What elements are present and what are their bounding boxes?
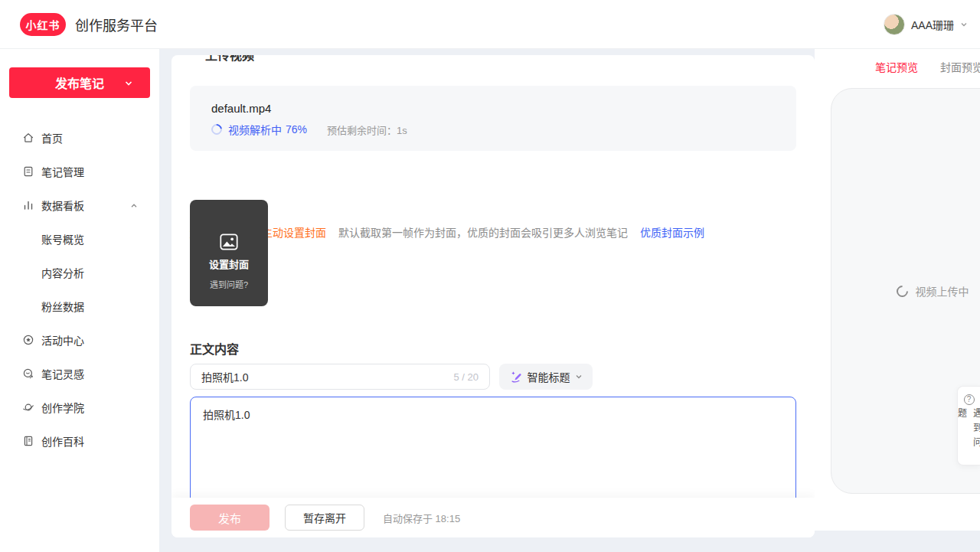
xiaohongshu-logo[interactable]: 小红书 [20, 13, 66, 36]
sidebar-item-dashboard[interactable]: 数据看板 [0, 188, 159, 222]
sidebar-item-home[interactable]: 首页 [0, 121, 159, 155]
upload-video-heading: 上传视频 [205, 55, 254, 64]
magic-pen-icon [510, 371, 523, 384]
parse-status: 视频解析中 [228, 122, 282, 137]
smart-title-button[interactable]: 智能标题 [499, 364, 593, 390]
form-footer: 发布 暂存离开 自动保存于 18:15 [172, 498, 815, 537]
sidebar-item-label: 数据看板 [41, 198, 84, 213]
tab-cover-preview[interactable]: 封面预览 [940, 59, 980, 74]
sidebar-subitem-account-overview[interactable]: 账号概览 [0, 222, 159, 256]
sidebar-item-note-manage[interactable]: 笔记管理 [0, 155, 159, 188]
sidebar-subitem-label: 粉丝数据 [41, 299, 84, 314]
set-cover-label: 设置封面 [209, 256, 249, 271]
sidebar-item-activity-center[interactable]: 活动中心 [0, 323, 159, 357]
help-label: 遇到问题 [954, 408, 980, 465]
uploading-spinner-icon [893, 283, 910, 299]
sidebar-item-creator-wiki[interactable]: 创作百科 [0, 424, 159, 458]
chevron-down-icon [124, 79, 133, 88]
sidebar-item-label: 创作学院 [41, 400, 84, 415]
image-icon [220, 234, 238, 250]
sidebar-item-label: 笔记管理 [41, 164, 84, 179]
chevron-down-icon [960, 21, 968, 28]
question-icon: ? [964, 394, 975, 405]
inspiration-icon [22, 367, 34, 380]
academy-icon [22, 401, 34, 413]
cover-hint: 默认截取第一帧作为封面，优质的封面会吸引更多人浏览笔记 [338, 224, 628, 240]
tab-note-preview[interactable]: 笔记预览 [875, 59, 918, 74]
avatar [884, 14, 905, 35]
sidebar-item-label: 创作百科 [41, 433, 84, 449]
chevron-down-icon [575, 373, 583, 381]
home-icon [22, 132, 34, 144]
parse-progress: 76% [286, 123, 307, 136]
body-content-heading: 正文内容 [190, 339, 239, 358]
sidebar-nav: 首页 笔记管理 数据看板 账号概览 内容分析 粉丝数据 [0, 121, 159, 458]
set-cover-button[interactable]: 设置封面 遇到问题? [190, 200, 268, 306]
sidebar-item-creator-academy[interactable]: 创作学院 [0, 390, 159, 424]
dashboard-icon [22, 199, 34, 211]
video-parse-card: default.mp4 视频解析中 76% 预估剩余时间：1s [190, 86, 796, 151]
wiki-icon [22, 435, 34, 447]
note-manage-icon [22, 165, 34, 178]
uploading-status: 视频上传中 [916, 283, 969, 299]
sidebar-subitem-content-analysis[interactable]: 内容分析 [0, 256, 159, 289]
title-value: 拍照机1.0 [201, 369, 453, 384]
user-name: AAA珊珊 [911, 17, 954, 32]
publish-note-button[interactable]: 发布笔记 [9, 67, 150, 98]
sidebar-item-note-inspiration[interactable]: 笔记灵感 [0, 357, 159, 390]
publish-button[interactable]: 发布 [190, 505, 270, 531]
user-menu[interactable]: AAA珊珊 [884, 0, 968, 49]
sidebar-subitem-label: 内容分析 [41, 265, 84, 280]
activity-icon [22, 334, 34, 346]
cover-trouble-link[interactable]: 遇到问题? [210, 278, 248, 290]
app-header: 小红书 创作服务平台 AAA珊珊 [0, 0, 980, 49]
sidebar-item-label: 首页 [41, 130, 63, 145]
title-char-counter: 5 / 20 [453, 371, 479, 383]
video-filename: default.mp4 [211, 102, 775, 115]
smart-title-label: 智能标题 [528, 369, 570, 384]
parse-eta: 预估剩余时间：1s [327, 122, 407, 137]
sidebar: 发布笔记 首页 笔记管理 数据看板 [0, 49, 159, 552]
autosave-status: 自动保存于 18:15 [383, 511, 460, 525]
sidebar-subitem-fans-data[interactable]: 粉丝数据 [0, 289, 159, 323]
app-title: 创作服务平台 [75, 15, 158, 34]
chevron-up-icon[interactable] [130, 202, 138, 210]
publish-note-label: 发布笔记 [55, 73, 104, 92]
preview-tabs: 笔记预览 封面预览 [875, 59, 980, 74]
sidebar-subitem-label: 账号概览 [41, 231, 84, 247]
title-input[interactable]: 拍照机1.0 5 / 20 [190, 364, 490, 390]
help-widget[interactable]: ? 遇到问题 [957, 386, 980, 465]
publish-form-panel: 上传视频 default.mp4 视频解析中 76% 预估剩余时间：1s 封面设… [172, 55, 815, 537]
save-and-leave-button[interactable]: 暂存离开 [285, 505, 364, 531]
sidebar-item-label: 活动中心 [41, 332, 84, 348]
sidebar-item-label: 笔记灵感 [41, 366, 84, 381]
cover-example-link[interactable]: 优质封面示例 [640, 224, 704, 240]
parsing-spinner-icon [209, 122, 224, 137]
